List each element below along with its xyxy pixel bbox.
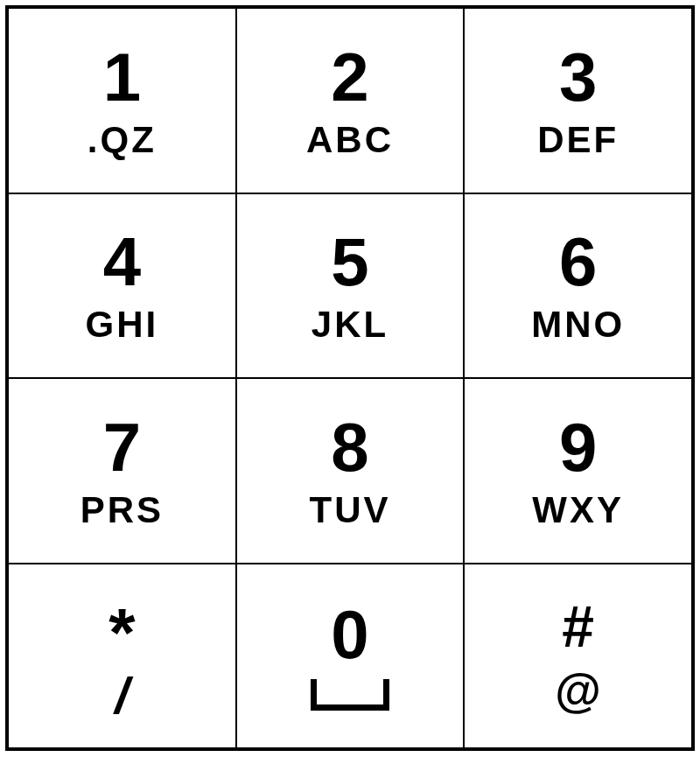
keypad-grid: 1 .QZ 2 ABC 3 DEF 4 GHI 5 JKL 6 MNO 7 PR… <box>5 5 695 751</box>
key-digit: 0 <box>331 600 368 669</box>
key-digit: 2 <box>331 43 368 111</box>
key-letters: ABC <box>306 122 394 158</box>
key-1[interactable]: 1 .QZ <box>8 8 236 193</box>
key-letters: GHI <box>85 306 158 343</box>
key-digit: 3 <box>559 43 597 111</box>
key-digit: 4 <box>103 228 141 296</box>
key-4[interactable]: 4 GHI <box>8 193 236 379</box>
space-icon <box>311 679 389 711</box>
key-digit: 8 <box>331 413 368 481</box>
key-9[interactable]: 9 WXY <box>464 378 692 564</box>
key-letters: DEF <box>537 122 619 158</box>
key-digit: 6 <box>559 228 597 296</box>
key-0[interactable]: 0 <box>236 564 465 749</box>
key-star[interactable]: * / <box>8 564 236 749</box>
key-2[interactable]: 2 ABC <box>236 8 465 193</box>
key-digit: 9 <box>559 413 597 481</box>
key-digit: 1 <box>103 43 141 111</box>
key-letters: JKL <box>312 306 388 343</box>
key-6[interactable]: 6 MNO <box>464 193 692 379</box>
key-7[interactable]: 7 PRS <box>8 378 236 564</box>
key-3[interactable]: 3 DEF <box>464 8 692 193</box>
at-icon: @ <box>555 666 601 713</box>
key-digit: 5 <box>331 228 368 296</box>
key-letters: MNO <box>531 306 625 343</box>
key-8[interactable]: 8 TUV <box>236 378 465 564</box>
slash-icon: / <box>115 670 129 721</box>
key-5[interactable]: 5 JKL <box>236 193 465 379</box>
key-letters: .QZ <box>88 122 157 158</box>
key-letters: PRS <box>80 492 164 529</box>
key-hash[interactable]: # @ <box>464 564 692 749</box>
hash-icon: # <box>562 598 594 655</box>
key-letters: WXY <box>532 492 624 529</box>
key-letters: TUV <box>309 492 390 529</box>
star-icon: * <box>108 606 135 660</box>
key-digit: 7 <box>103 413 141 481</box>
